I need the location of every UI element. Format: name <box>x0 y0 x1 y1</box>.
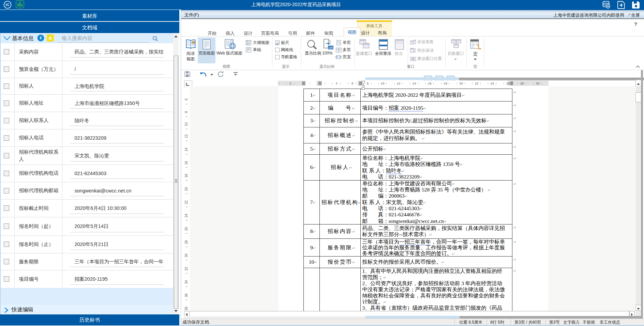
svg-text:100: 100 <box>328 46 333 49</box>
svg-text:A: A <box>48 35 52 41</box>
